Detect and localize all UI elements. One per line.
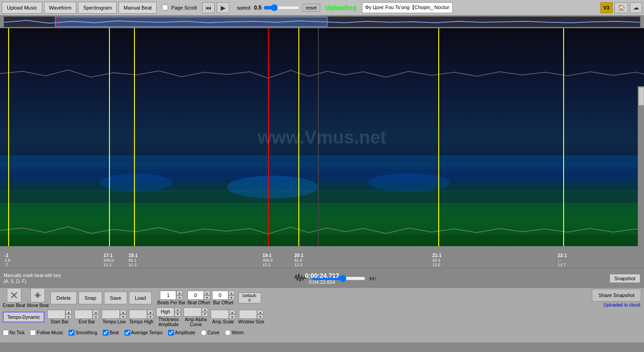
beat-label-7: 22-1 -.- 13.7 xyxy=(558,253,567,267)
curve-radio[interactable] xyxy=(201,330,207,336)
end-bar-group: ▲ ▼ End Bar xyxy=(74,310,99,324)
thickness-down[interactable]: ▼ xyxy=(174,312,181,317)
no-tick-checkbox[interactable] xyxy=(3,330,9,336)
save-button[interactable]: Save xyxy=(104,292,127,304)
tempo-low-down[interactable]: ▼ xyxy=(120,314,126,319)
erase-beat-label: Erase Beat xyxy=(3,303,25,308)
spectrogram-svg xyxy=(0,28,644,246)
speed-value: 0.5 xyxy=(254,5,262,11)
spectrogram-area[interactable]: www.Vmus.net xyxy=(0,28,644,246)
start-bar-down[interactable]: ▼ xyxy=(65,314,72,319)
song-title-input[interactable] xyxy=(362,2,453,13)
amp-scale-up[interactable]: ▲ xyxy=(229,310,235,314)
erase-beat-group: Erase Beat xyxy=(3,288,25,308)
amplitude-checkbox[interactable] xyxy=(168,330,174,336)
amp-alpha-down[interactable]: ▼ xyxy=(202,312,208,317)
rewind-button[interactable]: ⏮ xyxy=(202,2,215,13)
beat-offset-down[interactable]: ▼ xyxy=(204,295,210,300)
beat-offset-up[interactable]: ▲ xyxy=(204,291,210,295)
speed-label: speed xyxy=(237,5,250,10)
amp-scale-down[interactable]: ▼ xyxy=(229,314,235,319)
beat-line-2 xyxy=(109,28,110,246)
svg-rect-2 xyxy=(0,169,644,180)
curve-label: Curve xyxy=(208,330,220,335)
amplitude-checkbox-group: Amplitude xyxy=(168,330,195,336)
tempo-high-down[interactable]: ▼ xyxy=(147,314,154,319)
thickness-label: ThicknessAmplitude xyxy=(159,317,179,327)
amp-alpha-up[interactable]: ▲ xyxy=(202,307,208,312)
beat-offset-input[interactable] xyxy=(188,291,204,300)
beat-label-2: 17-1 445.0 11.2 xyxy=(104,253,114,267)
amp-alpha-label: Amp AlphaCurve xyxy=(185,317,207,327)
bar-offset-label: Bar Offset xyxy=(213,300,233,305)
average-tempo-checkbox[interactable] xyxy=(124,330,130,336)
upload-music-button[interactable]: Upload Music xyxy=(2,2,42,14)
move-beat-button[interactable] xyxy=(30,288,45,302)
beat-label-1: -1 2.9 .7 xyxy=(5,253,10,267)
share-snapshot-area: Share Snapshot Uploaded to cloud. xyxy=(592,289,641,307)
beats-per-bar-up[interactable]: ▲ xyxy=(176,291,183,295)
bar-offset-down[interactable]: ▼ xyxy=(228,295,235,300)
tempo-low-up[interactable]: ▲ xyxy=(120,310,126,314)
window-size-up[interactable]: ▲ xyxy=(257,310,263,314)
waveform-overview-inner[interactable] xyxy=(4,16,640,27)
end-bar-down[interactable]: ▼ xyxy=(93,314,99,319)
spectrogram-button[interactable]: Spectrogram xyxy=(78,2,117,14)
end-bar-up[interactable]: ▲ xyxy=(93,310,99,314)
snapshot-button[interactable]: Snapshot xyxy=(609,274,640,283)
v3-button[interactable]: V3 xyxy=(600,2,613,13)
page-scroll-label: Page Scroll xyxy=(171,5,197,10)
beat-label-6: 21-1 92.4 13.0 xyxy=(432,253,441,267)
amp-scale-value xyxy=(211,310,229,319)
delete-button[interactable]: Delete xyxy=(50,292,77,304)
follow-music-checkbox-group: Follow Music xyxy=(30,330,63,336)
beat-checkbox[interactable] xyxy=(103,330,109,336)
beat-label-5: 20-1 81.6 12.3 xyxy=(294,253,303,267)
beat-line-5 xyxy=(298,28,299,246)
bar-offset-input[interactable] xyxy=(212,291,228,300)
page-scroll-checkbox[interactable] xyxy=(162,5,168,10)
thickness-value: High xyxy=(156,307,174,317)
worm-label: Worm xyxy=(232,330,243,335)
top-toolbar: Upload Music Waveform Spectrogram Manual… xyxy=(0,0,644,15)
uploading-text: Uploading xyxy=(326,4,357,11)
tempo-high-up[interactable]: ▲ xyxy=(147,310,154,314)
tempo-dynamic-button[interactable]: Tempo-Dynamic xyxy=(3,312,45,322)
manual-beat-button[interactable]: Manual Beat xyxy=(119,2,157,14)
speed-slider[interactable] xyxy=(263,4,300,11)
snap-button[interactable]: Snap xyxy=(79,292,102,304)
beats-per-bar-group: ▲ ▼ Beats Per Bar xyxy=(157,291,185,305)
share-snapshot-button[interactable]: Share Snapshot xyxy=(592,289,641,302)
waveform-button[interactable]: Waveform xyxy=(44,2,77,14)
smoothing-checkbox[interactable] xyxy=(69,330,74,336)
scroll-thumb[interactable] xyxy=(639,87,644,105)
play-button[interactable]: ▶ xyxy=(217,2,229,13)
right-scrollbar[interactable] xyxy=(638,86,644,246)
home-button[interactable]: 🏠 xyxy=(614,2,628,13)
beats-per-bar-down[interactable]: ▼ xyxy=(176,295,183,300)
worm-radio-group: Worm xyxy=(225,330,243,336)
move-beat-group: Move Beat xyxy=(27,288,49,308)
follow-music-label: Follow Music xyxy=(37,330,63,335)
fast-forward-icon: ⏭ xyxy=(369,274,376,283)
beat-label-4: 19-1 306.6 12.1 xyxy=(263,253,273,267)
beats-per-bar-input[interactable] xyxy=(160,291,176,300)
start-bar-up[interactable]: ▲ xyxy=(65,310,72,314)
bottom-controls: Erase Beat Move Beat Delete Snap Save Lo… xyxy=(0,288,644,342)
window-size-down[interactable]: ▼ xyxy=(257,314,263,319)
beat-labels: -1 2.9 .7 17-1 445.0 11.2 18-1 82.1 11.3… xyxy=(0,246,644,268)
thickness-group: High ▲ ▼ ThicknessAmplitude xyxy=(156,307,181,327)
cloud-button[interactable]: ☁ xyxy=(630,2,642,13)
load-button[interactable]: Load xyxy=(129,292,152,304)
reset-button[interactable]: reset xyxy=(302,4,320,12)
bar-offset-up[interactable]: ▲ xyxy=(228,291,235,295)
erase-beat-button[interactable] xyxy=(7,288,21,302)
beat-label: Beat xyxy=(109,330,119,335)
amplitude-label: Amplitude xyxy=(175,330,195,335)
worm-radio[interactable] xyxy=(225,330,231,336)
no-tick-checkbox-group: No Tick xyxy=(3,330,25,336)
thickness-up[interactable]: ▲ xyxy=(174,307,181,312)
follow-music-checkbox[interactable] xyxy=(30,330,36,336)
start-bar-label: Start Bar xyxy=(51,319,69,324)
beat-line-1 xyxy=(8,28,9,246)
